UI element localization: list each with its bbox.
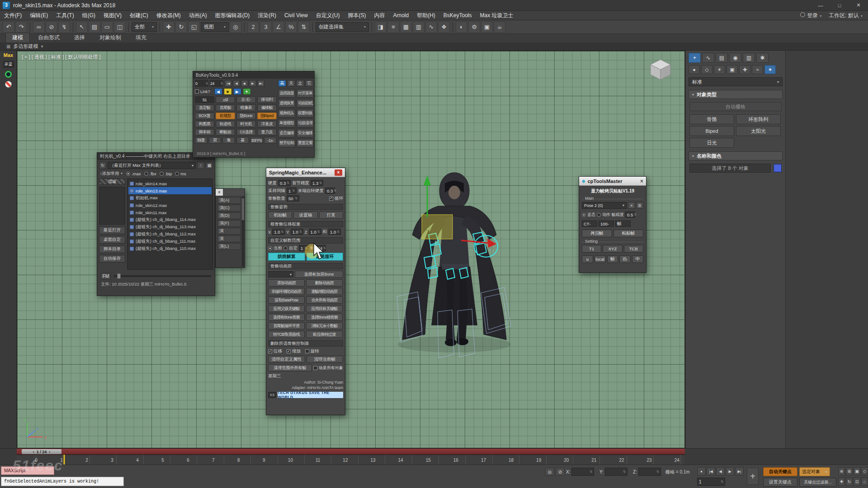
previous-frame-icon[interactable]: ◀ — [716, 467, 725, 475]
bskeytools-button-3-3[interactable]: 洋葱皮 — [257, 121, 277, 127]
fm-button[interactable]: FM — [101, 273, 111, 279]
weight-field-0[interactable]: 1.0 — [272, 229, 285, 235]
crossing-select-icon[interactable]: ◫ — [114, 21, 126, 33]
go-end-icon[interactable]: ▶| — [257, 80, 264, 87]
refresh-icon[interactable]: ↻ — [99, 162, 106, 169]
shield-icon[interactable]: ✦ — [243, 88, 251, 95]
clean-button-1[interactable]: 清理当前帧 — [307, 356, 344, 363]
bskeytools-side-button-3[interactable]: 动画助眠 — [297, 99, 314, 108]
weight-field-3[interactable]: 1.0 — [328, 229, 341, 235]
render-setup-icon[interactable]: ⚙ — [468, 21, 480, 33]
rollout-name-color[interactable]: ▾ 名称和颜色 — [689, 151, 783, 160]
snap-toggle-2d-icon[interactable]: 2 — [247, 21, 259, 33]
menu-item-2[interactable]: 工具(T) — [52, 11, 78, 20]
named-selection-set-combo[interactable]: 创建选择集▾ — [316, 22, 369, 32]
timemachine-side-button-1[interactable]: 桌面自定 — [99, 236, 125, 244]
render-production-icon[interactable]: ☕ — [494, 21, 505, 33]
filetype-radio-0[interactable]: .max — [126, 171, 141, 176]
bskeytools-side-button-8[interactable]: 姿态偏移 — [278, 129, 295, 137]
scale-icon[interactable]: ◱ — [188, 21, 200, 33]
bskeytools-side-button-0[interactable]: 选择器显 — [278, 89, 295, 98]
align-icon[interactable]: ≡ — [387, 21, 399, 33]
paste-frame-button[interactable]: 粘贴帧 — [613, 230, 644, 237]
shapes-icon[interactable]: ◇ — [701, 65, 712, 74]
bskeytools-titlebar[interactable]: BsKeyTools_v0.9.9.4 — [193, 71, 314, 79]
clean-out-of-range-button[interactable]: 清理范围外所有帧 — [268, 364, 312, 371]
bskeytools-button-4-2[interactable]: CS选择 — [236, 129, 256, 136]
bskeytools-side-button-6[interactable]: 单显模型 — [278, 119, 295, 127]
layer-button-10[interactable]: 首尾帧循环平滑 — [268, 322, 305, 329]
file-item-8[interactable]: (超链失) ch_dj_bbang_111.max — [128, 238, 212, 245]
setting-button-a-2[interactable]: TCB — [624, 245, 643, 253]
display-tab-icon[interactable]: ▥ — [743, 53, 755, 63]
corner-button[interactable]: XX — [268, 392, 276, 398]
bskeytools-side-button-1[interactable]: 对开菜单 — [297, 89, 314, 98]
ribbon-tab-0[interactable]: 建模 — [5, 33, 30, 42]
use-pivot-center-icon[interactable]: ◎ — [230, 21, 241, 33]
bskeytools-button-2-1[interactable]: 前规型 — [216, 113, 235, 119]
bskeytools-button-2-0[interactable]: BOX显 — [195, 113, 214, 119]
timemachine-side-button-2[interactable]: 脚本目录 — [99, 245, 125, 253]
curve-editor-icon[interactable]: ∿ — [425, 21, 437, 33]
layer-button-11[interactable]: 消除冗余小数帧 — [306, 322, 343, 329]
object-name-field[interactable]: 选择了 8 个 对象 — [689, 164, 771, 173]
file-item-3[interactable]: role_skin12.max — [128, 202, 212, 209]
motion-tab-icon[interactable]: ◉ — [729, 53, 741, 63]
ribbon-tab-3[interactable]: 对象绘制 — [93, 33, 127, 42]
material-editor-icon[interactable]: ◐ — [456, 21, 467, 33]
z-coordinate-field[interactable] — [638, 468, 661, 476]
time-slider-handle[interactable]: ‹ 1 / 24 › — [22, 449, 61, 454]
layer-button-13[interactable]: 欧拉角转过渡 — [306, 331, 343, 338]
play-icon[interactable]: ▶ — [726, 467, 734, 475]
orbit-icon[interactable]: ↻ — [846, 478, 853, 486]
up-directory-icon[interactable]: ↑ — [197, 162, 204, 169]
delete-check-2[interactable]: 旋转 — [305, 348, 319, 354]
add-favorite-label[interactable]: ↓添加常用 + — [100, 171, 123, 177]
spinner-snap-icon[interactable]: ⇅ — [298, 21, 310, 33]
zoom-extents-icon[interactable]: ▣ — [854, 467, 860, 475]
sample-field[interactable]: 1 — [287, 188, 297, 194]
key-diamond-icon[interactable]: ◆ — [241, 80, 248, 87]
menu-item-5[interactable]: 创建(C) — [126, 11, 152, 20]
slider-handle[interactable] — [117, 273, 121, 279]
bskeytools-small-button-1[interactable]: 层 — [209, 137, 222, 144]
mirror-icon[interactable]: ◨ — [375, 21, 387, 33]
bskeytools-button-3-1[interactable]: 轨迹线 — [216, 121, 235, 127]
fov-icon[interactable]: ◇ — [861, 467, 868, 475]
prev-frame-arrow[interactable]: ‹ — [33, 450, 34, 454]
layer-button-0[interactable]: 添加动画层 — [268, 279, 305, 286]
menu-item-3[interactable]: 组(G) — [78, 11, 99, 20]
setting-button-b-4[interactable]: 中 — [632, 255, 643, 263]
record-ring-icon[interactable] — [5, 71, 12, 78]
file-item-0[interactable]: role_skin14.max — [128, 180, 212, 187]
walk-through-icon[interactable]: ⌂ — [861, 478, 868, 486]
popup-item-3[interactable]: 演(F) — [217, 220, 241, 227]
file-item-6[interactable]: (超链失) ch_dj_bbang_113.max — [128, 223, 212, 230]
spacewarps-icon[interactable]: ≈ — [752, 65, 763, 74]
bake-solve-button[interactable]: 烘焙解算 — [268, 253, 305, 261]
menu-item-10[interactable]: Civil View — [280, 11, 312, 19]
angle-snap-icon[interactable]: ∠ — [273, 21, 284, 33]
timemachine-side-button-0[interactable]: 最近打开 — [99, 226, 125, 234]
bskeytools-side-button-2[interactable]: 透视恢复 — [278, 99, 295, 108]
setting-button-b-1[interactable]: local — [594, 255, 606, 263]
go-to-end-icon[interactable]: ▶| — [735, 467, 744, 475]
snap-toggle-3d-icon[interactable]: 3 — [260, 21, 272, 33]
layer-combo[interactable]: ▾ — [268, 271, 293, 277]
bskeytools-small-button-3[interactable]: 基 — [236, 137, 249, 144]
bskeytools-button-1-1[interactable]: 首尾帧 — [216, 104, 235, 111]
ribbon-tab-2[interactable]: 选择 — [68, 33, 91, 42]
layer-button-6[interactable]: 应用父级关键帧 — [268, 305, 305, 312]
recent-files-combo[interactable]: （最近打开 Max 文件列表）▾ — [108, 162, 196, 169]
loop-ends-button[interactable]: 首尾循环 — [307, 253, 344, 261]
redo-icon[interactable]: ↷ — [15, 21, 27, 33]
copy-frame-button[interactable]: 拷贝帧 — [582, 230, 612, 237]
layer-button-12[interactable]: 转TCB/取直曲线 — [268, 331, 305, 338]
range-current-radio[interactable] — [268, 246, 272, 250]
bskeytools-tab-1[interactable]: 天 — [287, 80, 295, 87]
bskeytools-button-4-3[interactable]: 显力反 — [257, 129, 277, 136]
range-start-field[interactable]: 0 — [195, 80, 208, 87]
file-item-5[interactable]: (超链失) ch_dj_bbang_114.max — [128, 216, 212, 223]
object-type-button-0[interactable]: 骨骼 — [689, 114, 734, 124]
precision-field[interactable]: 0.5 — [625, 211, 635, 218]
